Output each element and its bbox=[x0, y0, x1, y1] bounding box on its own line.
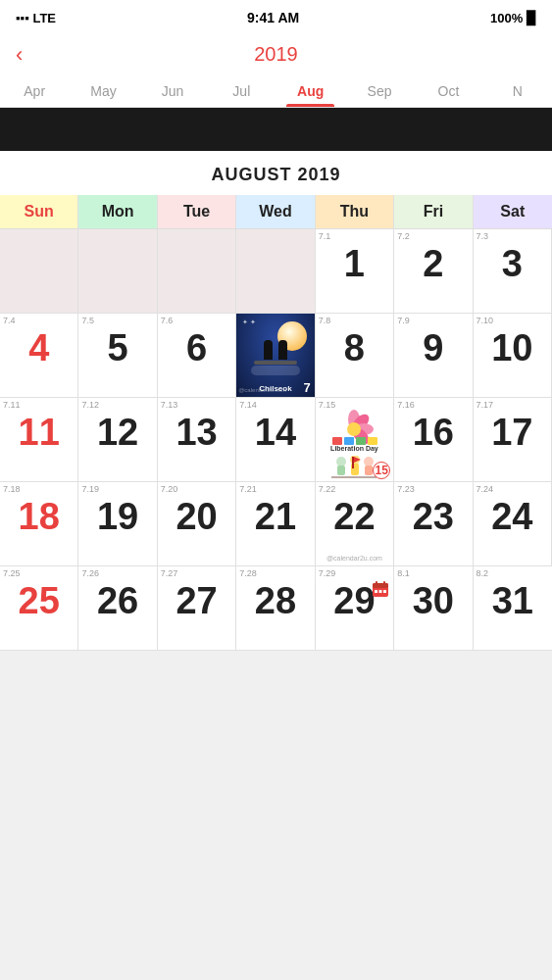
liberation-day-label: Liberation Day bbox=[330, 445, 378, 453]
date-number: 24 bbox=[477, 498, 547, 535]
table-row[interactable]: 7.8 8 bbox=[316, 314, 394, 398]
table-row[interactable]: 7.19 19 bbox=[78, 482, 157, 566]
date-number: 3 bbox=[477, 245, 547, 282]
table-row[interactable]: 7.6 6 bbox=[158, 314, 236, 398]
svg-rect-23 bbox=[379, 590, 382, 593]
table-row[interactable]: 7.24 24 bbox=[474, 482, 552, 566]
liberation-decoration: Liberation Day bbox=[316, 408, 393, 453]
date-number: 16 bbox=[398, 414, 468, 451]
tab-aug[interactable]: Aug bbox=[276, 74, 345, 107]
baekjung-icon bbox=[329, 456, 378, 479]
table-row[interactable]: 7.13 13 bbox=[158, 398, 236, 482]
table-row[interactable]: 7.12 12 bbox=[78, 398, 157, 482]
table-row[interactable]: 7.17 17 bbox=[474, 398, 552, 482]
table-row[interactable]: 7.29 29 bbox=[316, 566, 394, 651]
table-row[interactable]: 8.2 31 bbox=[474, 566, 552, 651]
table-row[interactable]: 7.26 26 bbox=[78, 566, 157, 651]
lunar-date: 7.16 bbox=[397, 400, 415, 410]
lunar-date: 7.17 bbox=[477, 400, 494, 410]
tab-nov[interactable]: N bbox=[483, 74, 552, 107]
calendar-container: AUGUST 2019 Sun Mon Tue Wed Thu Fri Sat … bbox=[0, 151, 552, 651]
header-thu: Thu bbox=[316, 195, 394, 228]
year-header: ‹ 2019 bbox=[0, 35, 552, 74]
table-row[interactable]: 7.10 10 bbox=[474, 314, 552, 398]
lunar-date: 7.13 bbox=[161, 400, 178, 410]
lunar-date: 7.6 bbox=[161, 316, 174, 325]
date-number: 19 bbox=[82, 498, 152, 535]
bottom-area bbox=[0, 651, 552, 690]
table-row[interactable]: 7.18 18 bbox=[0, 482, 78, 566]
lunar-date: 8.2 bbox=[477, 568, 489, 578]
calendar-month-title: AUGUST 2019 bbox=[0, 151, 552, 195]
tab-apr[interactable]: Apr bbox=[0, 74, 69, 107]
table-row[interactable]: 7.11 11 bbox=[0, 398, 78, 482]
chilseok-date-number: 7 bbox=[303, 380, 310, 395]
svg-rect-22 bbox=[375, 590, 377, 593]
black-banner bbox=[0, 108, 552, 151]
table-row[interactable]: 8.1 30 bbox=[394, 566, 473, 651]
header-tue: Tue bbox=[158, 195, 236, 228]
date-number: 2 bbox=[398, 245, 468, 282]
table-row[interactable]: 7.20 20 bbox=[158, 482, 236, 566]
lunar-date: 7.3 bbox=[477, 231, 489, 241]
svg-point-4 bbox=[347, 422, 361, 436]
svg-rect-5 bbox=[332, 437, 342, 445]
calendar-grid: 7.1 1 7.2 2 7.3 3 7.4 4 7.5 5 7.6 6 bbox=[0, 229, 552, 651]
lunar-date: 7.11 bbox=[3, 400, 21, 410]
table-row[interactable] bbox=[236, 229, 315, 314]
date-number: 5 bbox=[82, 329, 152, 367]
table-row[interactable] bbox=[158, 229, 236, 314]
date-number: 21 bbox=[240, 498, 310, 535]
battery-indicator: 100% ▉ bbox=[490, 11, 536, 25]
table-row[interactable]: 7.21 21 bbox=[236, 482, 315, 566]
liberation-date-number: 15 bbox=[373, 462, 390, 479]
table-row[interactable]: 7.28 28 bbox=[236, 566, 315, 651]
lunar-date: 7.26 bbox=[81, 568, 99, 578]
back-button[interactable]: ‹ bbox=[16, 42, 23, 68]
liberation-day-cell[interactable]: 7.15 Liberation Day bbox=[316, 398, 394, 482]
table-row[interactable]: 7.14 14 bbox=[236, 398, 315, 482]
lunar-date: 7.10 bbox=[477, 316, 494, 325]
date-number: 27 bbox=[162, 582, 231, 619]
tab-sep[interactable]: Sep bbox=[345, 74, 414, 107]
svg-rect-7 bbox=[356, 437, 366, 445]
tab-jun[interactable]: Jun bbox=[138, 74, 207, 107]
date-number: 25 bbox=[4, 582, 74, 619]
date-number: 4 bbox=[4, 329, 74, 367]
lunar-date: 7.24 bbox=[477, 484, 494, 494]
table-row[interactable]: 7.9 9 bbox=[394, 314, 473, 398]
table-row[interactable]: 7.16 16 bbox=[394, 398, 473, 482]
lunar-date: 7.19 bbox=[81, 484, 99, 494]
table-row[interactable]: 7.25 25 bbox=[0, 566, 78, 651]
table-row[interactable]: 7.5 5 bbox=[78, 314, 157, 398]
date-number: 14 bbox=[240, 414, 310, 451]
table-row[interactable] bbox=[78, 229, 157, 314]
date-number: 31 bbox=[477, 582, 548, 619]
table-row[interactable]: 7.22 22 @calendar2u.com bbox=[316, 482, 394, 566]
table-row[interactable]: 7.1 1 bbox=[316, 229, 394, 314]
lunar-date: 7.20 bbox=[161, 484, 178, 494]
chilseok-cell[interactable]: ✦ ✦ @calendar2u.com Chilseok 7 bbox=[236, 314, 315, 398]
svg-rect-6 bbox=[344, 437, 354, 445]
table-row[interactable]: 7.23 23 bbox=[394, 482, 473, 566]
flower-icon bbox=[328, 408, 379, 445]
table-row[interactable]: 7.4 4 bbox=[0, 314, 78, 398]
lunar-date: 7.28 bbox=[239, 568, 257, 578]
tab-oct[interactable]: Oct bbox=[414, 74, 482, 107]
tab-jul[interactable]: Jul bbox=[207, 74, 276, 107]
lunar-date: 7.9 bbox=[397, 316, 410, 325]
table-row[interactable] bbox=[0, 229, 78, 314]
lunar-date: 7.8 bbox=[319, 316, 331, 325]
header-sat: Sat bbox=[474, 195, 552, 228]
lunar-date: 7.29 bbox=[319, 568, 336, 578]
lunar-date: 7.2 bbox=[397, 231, 410, 241]
tab-may[interactable]: May bbox=[69, 74, 137, 107]
table-row[interactable]: 7.3 3 bbox=[474, 229, 552, 314]
table-row[interactable]: 7.27 27 bbox=[158, 566, 236, 651]
lunar-date: 7.21 bbox=[239, 484, 257, 494]
chilseok-figures bbox=[251, 340, 300, 375]
table-row[interactable]: 7.2 2 bbox=[394, 229, 473, 314]
date-number: 11 bbox=[4, 414, 74, 451]
signal-indicator: ▪▪▪ LTE bbox=[16, 11, 56, 25]
lunar-date: 7.12 bbox=[81, 400, 99, 410]
